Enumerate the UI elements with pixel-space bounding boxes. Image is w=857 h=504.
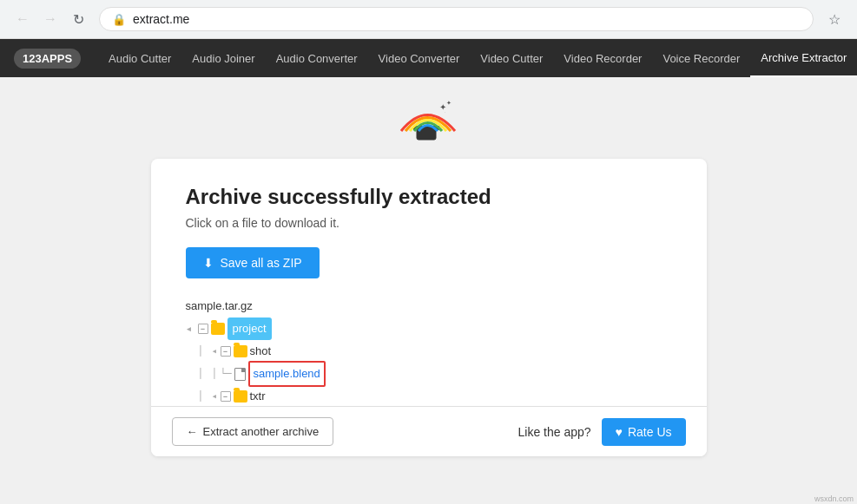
nav-audio-converter[interactable]: Audio Converter: [266, 39, 368, 77]
nav-links: Audio Cutter Audio Joiner Audio Converte…: [98, 39, 857, 77]
lock-icon: 🔒: [112, 13, 126, 26]
nav-video-recorder[interactable]: Video Recorder: [553, 39, 652, 77]
collapse-project[interactable]: −: [198, 324, 208, 334]
tree-sample-blend-row: │ │ └─ sample.blend: [186, 363, 672, 385]
download-icon: ⬇: [203, 256, 214, 270]
bookmark-button[interactable]: ☆: [822, 7, 847, 31]
forward-button[interactable]: →: [38, 7, 63, 31]
project-folder-label: project: [227, 317, 272, 339]
rate-us-button[interactable]: ♥ Rate Us: [602, 418, 686, 446]
tree-root-row: ◂ − project: [186, 317, 672, 340]
collapse-txtr[interactable]: −: [221, 391, 231, 402]
page-subtitle: Click on a file to download it.: [186, 216, 672, 230]
txtr-folder-label: txtr: [250, 386, 266, 406]
reload-button[interactable]: ↻: [66, 7, 90, 31]
sample-blend-link[interactable]: sample.blend: [248, 361, 326, 386]
nav-archive-extractor[interactable]: Archive Extractor: [750, 39, 857, 77]
app-navbar: 123APPS Audio Cutter Audio Joiner Audio …: [0, 39, 857, 77]
svg-text:✦: ✦: [446, 100, 452, 106]
watermark: wsxdn.com: [814, 494, 854, 503]
rainbow-svg: ✦ ✦ ·: [394, 95, 464, 147]
sample-blend-file-icon: [234, 368, 246, 381]
svg-text:·: ·: [445, 109, 445, 115]
logo[interactable]: 123APPS: [14, 49, 81, 69]
archive-filename: sample.tar.gz: [186, 299, 672, 312]
heart-icon: ♥: [616, 425, 623, 439]
project-folder-icon: [211, 323, 225, 335]
tree-shot-row: │ ◂ − shot: [186, 340, 672, 363]
rate-section: Like the app? ♥ Rate Us: [518, 418, 686, 446]
nav-audio-cutter[interactable]: Audio Cutter: [98, 39, 181, 77]
nav-video-cutter[interactable]: Video Cutter: [470, 39, 553, 77]
arrow-left-icon: ←: [187, 425, 198, 438]
nav-voice-recorder[interactable]: Voice Recorder: [652, 39, 750, 77]
nav-audio-joiner[interactable]: Audio Joiner: [181, 39, 265, 77]
url-text: extract.me: [133, 12, 801, 26]
hero-illustration: ✦ ✦ ·: [394, 95, 464, 150]
main-card: Archive successfully extracted Click on …: [151, 159, 707, 456]
collapse-shot[interactable]: −: [221, 346, 231, 357]
page-content: ✦ ✦ · Archive successfully extracted Cli…: [0, 77, 857, 504]
extract-another-button[interactable]: ← Extract another archive: [172, 417, 334, 446]
address-bar[interactable]: 🔒 extract.me: [99, 7, 814, 31]
like-text: Like the app?: [518, 425, 591, 439]
page-title: Archive successfully extracted: [186, 185, 672, 209]
back-button[interactable]: ←: [10, 7, 35, 31]
txtr-folder-icon: [234, 390, 247, 403]
shot-folder-label: shot: [250, 341, 272, 361]
shot-folder-icon: [234, 345, 247, 357]
card-footer: ← Extract another archive Like the app? …: [151, 406, 707, 456]
sample-blend-anchor[interactable]: sample.blend: [254, 367, 320, 380]
nav-video-converter[interactable]: Video Converter: [368, 39, 471, 77]
star-icon: ☆: [828, 11, 841, 28]
tree-txtr-row: │ ◂ − txtr: [186, 385, 672, 408]
save-zip-button[interactable]: ⬇ Save all as ZIP: [186, 247, 320, 278]
